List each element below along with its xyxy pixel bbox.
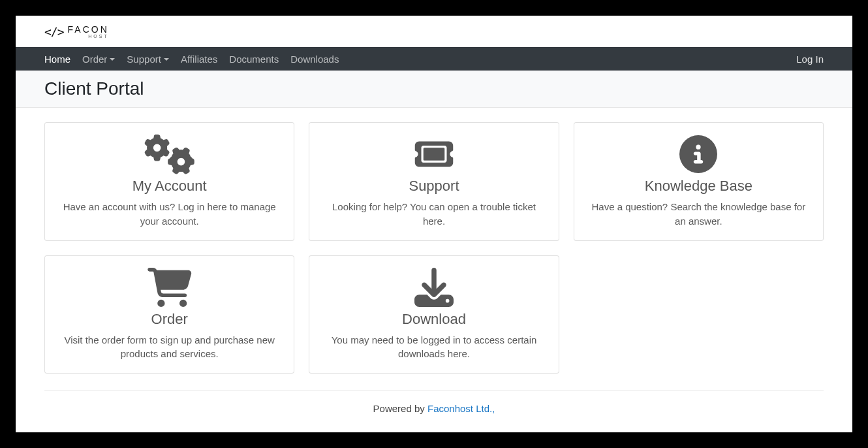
nav-documents[interactable]: Documents [229,54,279,65]
card-desc: Have an account with us? Log in here to … [58,200,281,229]
card-my-account[interactable]: My Account Have an account with us? Log … [44,122,294,241]
card-title: Download [322,311,545,328]
card-download[interactable]: Download You may need to be logged in to… [309,255,559,374]
nav-item-label: Support [127,54,161,65]
card-support[interactable]: Support Looking for help? You can open a… [309,122,559,241]
page-title: Client Portal [44,78,824,99]
logo-mark: </> [44,25,64,39]
card-title: Support [322,178,545,195]
nav-item-label: Downloads [290,54,339,65]
card-knowledge-base[interactable]: Knowledge Base Have a question? Search t… [574,122,824,241]
card-desc: Have a question? Search the knowledge ba… [587,200,810,229]
nav-affiliates[interactable]: Affiliates [181,54,217,65]
logo-bar: </> FACON HOST [16,16,852,47]
nav-item-label: Order [82,54,107,65]
download-icon [322,266,545,308]
chevron-down-icon [110,58,115,61]
nav-downloads[interactable]: Downloads [290,54,339,65]
card-desc: Looking for help? You can open a trouble… [322,200,545,229]
cards-grid: My Account Have an account with us? Log … [16,108,852,388]
card-title: Order [58,311,281,328]
logo-brand: FACON [68,25,109,34]
nav-item-label: Affiliates [181,54,217,65]
card-title: Knowledge Base [587,178,810,195]
ticket-icon [322,133,545,175]
nav-order[interactable]: Order [82,54,115,65]
nav-item-label: Log In [796,54,824,65]
nav-home[interactable]: Home [44,54,70,65]
footer: Powered by Faconhost Ltd., [16,388,852,430]
card-order[interactable]: Order Visit the order form to sign up an… [44,255,294,374]
title-bar: Client Portal [16,71,852,108]
info-circle-icon [587,133,810,175]
chevron-down-icon [164,58,169,61]
main-navbar: Home Order Support Affiliates Documents … [16,47,852,71]
cart-icon [58,266,281,308]
logo-sub: HOST [88,34,108,39]
footer-link[interactable]: Faconhost Ltd., [427,403,495,414]
card-desc: Visit the order form to sign up and purc… [58,333,281,362]
nav-item-label: Documents [229,54,279,65]
nav-item-label: Home [44,54,70,65]
nav-support[interactable]: Support [127,54,169,65]
footer-prefix: Powered by [373,403,427,414]
card-title: My Account [58,178,281,195]
gears-icon [58,133,281,175]
footer-divider [44,391,824,391]
nav-login[interactable]: Log In [796,54,824,65]
card-desc: You may need to be logged in to access c… [322,333,545,362]
footer-text: Powered by Faconhost Ltd., [44,403,824,414]
brand-logo[interactable]: </> FACON HOST [44,25,109,39]
